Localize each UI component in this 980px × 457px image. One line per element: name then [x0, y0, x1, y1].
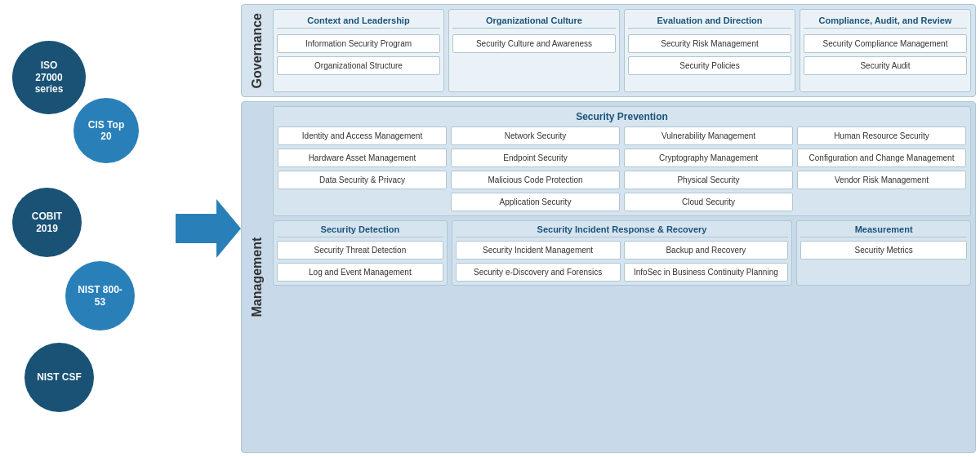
circles-container: ISO27000series CIS Top20 COBIT2019 NIST … — [8, 33, 172, 424]
incident-item-2: Backup and Recovery — [624, 241, 789, 260]
prev-item-2-0: Vulnerability Management — [624, 126, 793, 145]
detection-col: Security Detection Security Threat Detec… — [273, 220, 448, 286]
circle-nist800: NIST 800-53 — [65, 261, 135, 331]
prev-item-0-2: Data Security & Privacy — [278, 171, 447, 189]
management-label: Management — [246, 106, 269, 448]
prev-item-1-2: Malicious Code Protection — [451, 171, 620, 189]
gov-item-3-0: Security Compliance Management — [804, 34, 967, 53]
prev-item-2-3: Cloud Security — [624, 193, 793, 211]
circle-cobit: COBIT2019 — [12, 188, 82, 257]
gov-col-culture: Organizational Culture Security Culture … — [448, 9, 620, 92]
gov-col-context: Context and Leadership Information Secur… — [273, 9, 444, 92]
incident-sub-2: Backup and Recovery InfoSec in Business … — [624, 241, 789, 282]
arrow-container — [180, 0, 237, 457]
prev-item-3-1: Configuration and Change Management — [797, 149, 966, 167]
measurement-header: Measurement — [800, 224, 967, 237]
gov-col-culture-header: Organizational Culture — [452, 13, 616, 29]
incident-header: Security Incident Response & Recovery — [456, 224, 789, 237]
prev-item-3-0: Human Resource Security — [797, 126, 966, 145]
circle-nistcsf: NIST CSF — [24, 343, 94, 412]
detection-item-0: Security Threat Detection — [277, 241, 443, 260]
prevention-header: Security Prevention — [278, 111, 966, 122]
prev-item-1-3: Application Security — [451, 193, 620, 211]
gov-item-2-1: Security Policies — [628, 56, 791, 75]
gov-col-compliance: Compliance, Audit, and Review Security C… — [800, 9, 971, 92]
prev-item-2-2: Physical Security — [624, 171, 793, 189]
gov-col-context-header: Context and Leadership — [277, 13, 440, 29]
governance-section: Governance Context and Leadership Inform… — [241, 4, 976, 97]
security-prevention: Security Prevention Identity and Access … — [273, 106, 971, 216]
prev-item-3-2: Vendor Risk Management — [797, 171, 966, 189]
measurement-col: Measurement Security Metrics — [796, 220, 971, 286]
incident-col: Security Incident Response & Recovery Se… — [452, 220, 793, 286]
detection-header: Security Detection — [277, 224, 443, 237]
governance-columns: Context and Leadership Information Secur… — [273, 9, 971, 92]
measurement-item-0: Security Metrics — [800, 241, 967, 260]
gov-item-0-0: Information Security Program — [277, 34, 440, 53]
gov-item-3-1: Security Audit — [804, 56, 967, 75]
gov-item-1-0: Security Culture and Awareness — [452, 34, 616, 53]
prev-item-0-0: Identity and Access Management — [278, 126, 447, 145]
incident-item-0: Security Incident Management — [456, 241, 621, 260]
prev-col-2: Vulnerability Management Cryptography Ma… — [624, 126, 793, 211]
management-inner: Security Prevention Identity and Access … — [273, 106, 971, 448]
gov-col-compliance-header: Compliance, Audit, and Review — [804, 13, 967, 29]
prev-col-3: Human Resource Security Configuration an… — [797, 126, 966, 211]
incident-item-3: InfoSec in Business Continuity Planning — [624, 263, 789, 282]
prev-item-2-1: Cryptography Management — [624, 149, 793, 167]
gov-item-2-0: Security Risk Management — [628, 34, 791, 53]
prev-col-1: Network Security Endpoint Security Malic… — [451, 126, 620, 211]
incident-item-1: Security e-Discovery and Forensics — [456, 263, 621, 282]
prevention-grid: Identity and Access Management Hardware … — [278, 126, 966, 211]
management-section: Management Security Prevention Identity … — [241, 101, 976, 453]
prev-item-1-0: Network Security — [451, 126, 620, 145]
left-panel: ISO27000series CIS Top20 COBIT2019 NIST … — [0, 0, 180, 457]
right-panel: Governance Context and Leadership Inform… — [237, 0, 980, 457]
circle-iso: ISO27000series — [12, 41, 86, 114]
incident-sub-1: Security Incident Management Security e-… — [456, 241, 621, 282]
prev-item-1-1: Endpoint Security — [451, 149, 620, 167]
incident-inner: Security Incident Management Security e-… — [456, 241, 789, 282]
gov-item-0-1: Organizational Structure — [277, 56, 440, 75]
circle-cis: CIS Top20 — [74, 98, 139, 163]
bottom-row: Security Detection Security Threat Detec… — [273, 220, 971, 286]
prev-item-0-1: Hardware Asset Management — [278, 149, 447, 167]
gov-col-eval-header: Evaluation and Direction — [628, 13, 791, 29]
detection-item-1: Log and Event Management — [277, 263, 443, 282]
gov-col-eval: Evaluation and Direction Security Risk M… — [624, 9, 795, 92]
governance-label: Governance — [246, 9, 269, 92]
prev-col-0: Identity and Access Management Hardware … — [278, 126, 447, 211]
